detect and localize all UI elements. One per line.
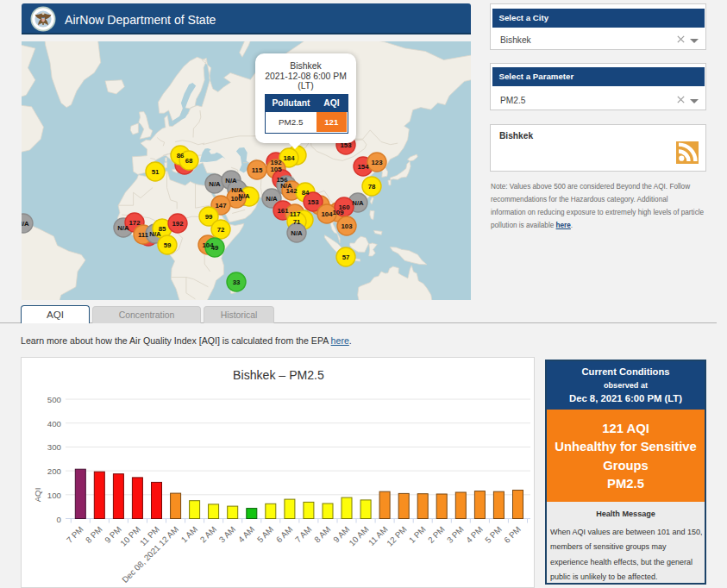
svg-text:Bishkek – PM2.5: Bishkek – PM2.5 (233, 368, 324, 382)
svg-text:7 AM: 7 AM (293, 524, 313, 544)
svg-text:300: 300 (47, 442, 62, 452)
svg-text:72: 72 (217, 226, 225, 234)
svg-text:N/A: N/A (266, 195, 278, 203)
svg-text:103: 103 (341, 222, 353, 230)
svg-text:161: 161 (277, 207, 289, 215)
svg-text:AQI: AQI (33, 488, 42, 503)
svg-text:3 AM: 3 AM (217, 524, 237, 544)
svg-text:59: 59 (164, 241, 172, 249)
svg-text:85: 85 (159, 225, 166, 233)
svg-text:7 PM: 7 PM (65, 524, 85, 545)
svg-text:117: 117 (290, 210, 301, 218)
svg-text:115: 115 (252, 166, 263, 174)
svg-text:105: 105 (270, 166, 282, 173)
svg-text:N/A: N/A (225, 177, 237, 185)
svg-text:4 PM: 4 PM (464, 524, 485, 545)
svg-text:123: 123 (371, 159, 383, 166)
svg-text:192: 192 (172, 220, 184, 228)
svg-text:104: 104 (321, 210, 333, 218)
svg-text:147: 147 (215, 202, 226, 210)
svg-text:6 PM: 6 PM (502, 524, 523, 545)
svg-text:5 PM: 5 PM (483, 524, 504, 545)
svg-text:111: 111 (138, 231, 149, 239)
svg-text:154: 154 (357, 163, 369, 171)
svg-text:2 AM: 2 AM (198, 524, 218, 544)
svg-text:11 AM: 11 AM (367, 524, 390, 547)
svg-text:142: 142 (285, 187, 298, 195)
svg-text:99: 99 (205, 213, 213, 221)
svg-text:172: 172 (128, 219, 141, 227)
svg-text:86: 86 (177, 152, 185, 160)
svg-text:12 PM: 12 PM (385, 524, 409, 548)
svg-text:4 AM: 4 AM (236, 524, 256, 544)
svg-text:N/A: N/A (231, 186, 243, 194)
svg-text:153: 153 (307, 198, 319, 206)
svg-text:78: 78 (368, 183, 376, 191)
svg-text:1 PM: 1 PM (407, 524, 428, 545)
svg-text:8 PM: 8 PM (84, 524, 104, 545)
svg-text:57: 57 (342, 253, 350, 261)
svg-text:0: 0 (57, 515, 62, 524)
svg-text:500: 500 (47, 395, 62, 404)
svg-text:N/A: N/A (352, 199, 364, 207)
svg-text:184: 184 (283, 154, 295, 162)
svg-text:100: 100 (230, 195, 242, 203)
svg-text:200: 200 (47, 466, 62, 476)
svg-text:3 PM: 3 PM (445, 524, 466, 545)
svg-text:5 AM: 5 AM (255, 524, 275, 544)
svg-text:N/A: N/A (22, 220, 29, 228)
svg-text:1 AM: 1 AM (179, 524, 199, 544)
svg-text:8 AM: 8 AM (312, 524, 332, 544)
svg-text:N/A: N/A (117, 224, 129, 232)
svg-text:33: 33 (233, 278, 241, 286)
svg-text:2 PM: 2 PM (426, 524, 447, 545)
svg-text:68: 68 (185, 157, 193, 165)
svg-text:N/A: N/A (209, 180, 221, 188)
svg-text:N/A: N/A (291, 229, 303, 237)
svg-text:84: 84 (302, 189, 310, 197)
svg-text:10 PM: 10 PM (118, 524, 142, 548)
svg-text:49: 49 (211, 244, 219, 252)
svg-text:400: 400 (47, 419, 62, 428)
svg-text:100: 100 (47, 491, 62, 500)
svg-text:160: 160 (338, 203, 350, 211)
svg-text:10 AM: 10 AM (347, 524, 370, 547)
svg-text:71: 71 (293, 218, 301, 226)
svg-text:51: 51 (152, 168, 160, 176)
svg-text:6 AM: 6 AM (274, 524, 294, 544)
